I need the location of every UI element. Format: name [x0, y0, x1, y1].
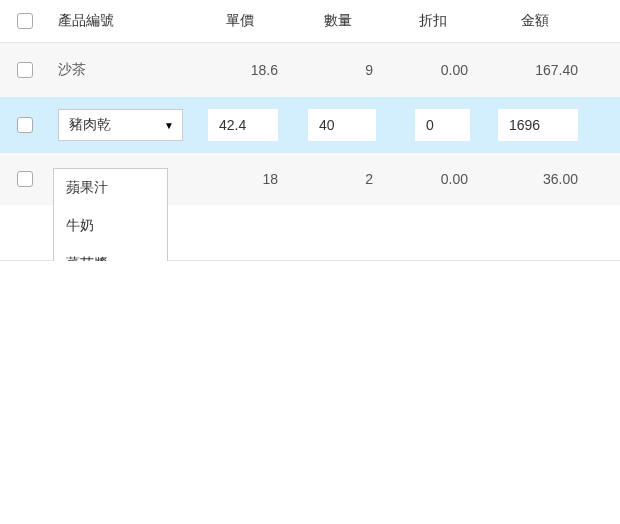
cell-qty: 9	[290, 62, 385, 78]
cell-discount: 0.00	[385, 62, 480, 78]
cell-discount: 0.00	[385, 171, 480, 187]
cell-price: 18.6	[190, 62, 290, 78]
table-row: 沙茶 18.6 9 0.00 167.40	[0, 43, 620, 97]
table-row-editing: 豬肉乾 ▼	[0, 97, 620, 153]
cell-qty: 2	[290, 171, 385, 187]
cell-price: 18	[190, 171, 290, 187]
header-amount: 金額	[480, 12, 590, 30]
product-select[interactable]: 豬肉乾 ▼	[58, 109, 183, 141]
amount-input[interactable]	[498, 109, 578, 141]
price-input[interactable]	[208, 109, 278, 141]
cell-product: 沙茶	[50, 61, 190, 79]
product-dropdown[interactable]: 蘋果汁 牛奶 蕃茄醬 鹽巴 麻油 醬油 海鮮粉 胡椒粉 讚油雞 大甲蟹	[53, 168, 168, 261]
table-header: 產品編號 單價 數量 折扣 金額	[0, 0, 620, 43]
header-discount: 折扣	[385, 12, 480, 30]
chevron-down-icon: ▼	[164, 120, 174, 131]
row-checkbox[interactable]	[17, 117, 33, 133]
dropdown-option[interactable]: 牛奶	[54, 207, 167, 245]
select-all-checkbox[interactable]	[17, 13, 33, 29]
cell-amount: 36.00	[480, 171, 590, 187]
header-product: 產品編號	[50, 12, 190, 30]
row-checkbox[interactable]	[17, 171, 33, 187]
header-qty: 數量	[290, 12, 385, 30]
discount-input[interactable]	[415, 109, 470, 141]
product-select-value: 豬肉乾	[69, 116, 111, 134]
cell-amount: 167.40	[480, 62, 590, 78]
dropdown-option[interactable]: 蘋果汁	[54, 169, 167, 207]
dropdown-option[interactable]: 蕃茄醬	[54, 245, 167, 261]
row-checkbox[interactable]	[17, 62, 33, 78]
header-price: 單價	[190, 12, 290, 30]
qty-input[interactable]	[308, 109, 376, 141]
